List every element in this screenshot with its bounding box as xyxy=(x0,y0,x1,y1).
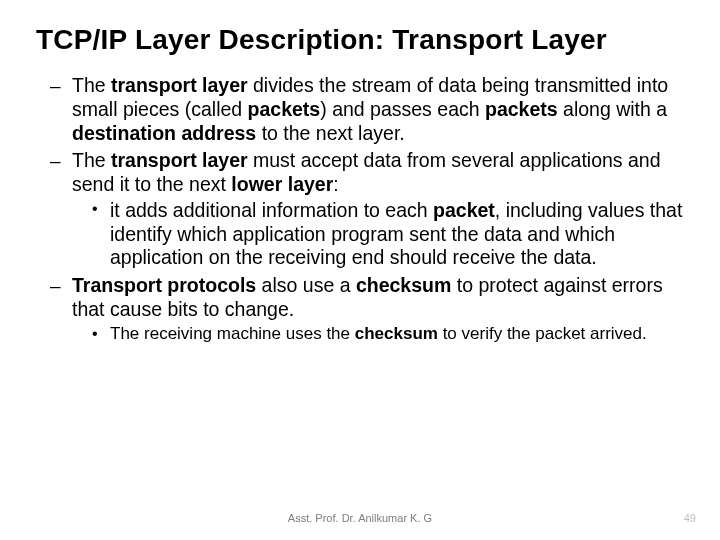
bullet-list: The transport layer divides the stream o… xyxy=(50,74,684,345)
sub-bullet-list: The receiving machine uses the checksum … xyxy=(90,324,684,345)
bold-text: packets xyxy=(248,98,321,120)
bold-text: transport layer xyxy=(111,149,253,171)
sub-bullet-1: it adds additional information to each p… xyxy=(90,199,684,270)
text: The receiving machine uses the xyxy=(110,324,355,343)
bullet-2: The transport layer must accept data fro… xyxy=(50,149,684,270)
bold-text: destination address xyxy=(72,122,262,144)
bold-text: checksum xyxy=(356,274,457,296)
text: : xyxy=(333,173,338,195)
slide: TCP/IP Layer Description: Transport Laye… xyxy=(0,0,720,540)
bold-text: lower layer xyxy=(231,173,333,195)
bold-text: packet xyxy=(433,199,495,221)
text: also use a xyxy=(262,274,356,296)
bold-text: checksum xyxy=(355,324,443,343)
sub-bullet-list: it adds additional information to each p… xyxy=(90,199,684,270)
bold-text: transport layer xyxy=(111,74,253,96)
text: The xyxy=(72,74,111,96)
text: ) and passes each xyxy=(320,98,485,120)
text: to verify the packet arrived. xyxy=(443,324,647,343)
bullet-3: Transport protocols also use a checksum … xyxy=(50,274,684,344)
sub-bullet-2: The receiving machine uses the checksum … xyxy=(90,324,684,345)
footer-author: Asst. Prof. Dr. Anilkumar K. G xyxy=(0,512,720,524)
bullet-1: The transport layer divides the stream o… xyxy=(50,74,684,145)
text: it adds additional information to each xyxy=(110,199,433,221)
text: to the next layer. xyxy=(262,122,405,144)
bold-text: packets xyxy=(485,98,563,120)
page-number: 49 xyxy=(684,512,696,524)
text: along with a xyxy=(563,98,667,120)
text: The xyxy=(72,149,111,171)
slide-title: TCP/IP Layer Description: Transport Laye… xyxy=(36,24,684,56)
bold-text: Transport protocols xyxy=(72,274,262,296)
